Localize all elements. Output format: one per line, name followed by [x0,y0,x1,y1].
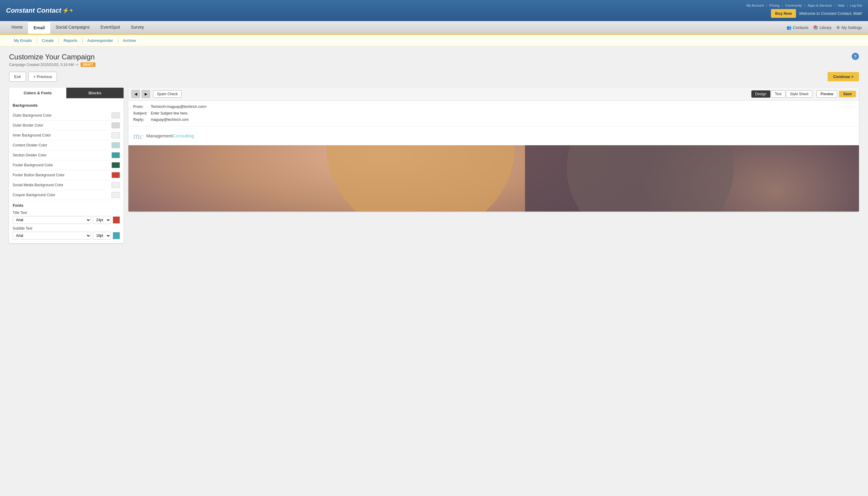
nav-email[interactable]: Email [28,21,50,34]
preview-button[interactable]: Preview [817,90,837,98]
social-bg-label: Social Media Background Color [13,183,63,187]
section-divider-swatch[interactable] [111,152,120,158]
main-nav-right: 👥 Contacts 📚 Library ⚙ My Settings [787,25,862,30]
contacts-icon: 👥 [787,25,791,30]
from-label: From: [133,104,150,110]
subnav-archive[interactable]: Archive [118,37,141,44]
coupon-bg-label: Coupon Background Color [13,193,55,197]
nav-contacts[interactable]: 👥 Contacts [787,25,808,30]
nav-survey[interactable]: Survey [125,21,150,34]
welcome-text: Welcome to Constant Contact, Matt! [799,11,862,16]
panel-body: Backgrounds Outer Background Color Outer… [9,98,124,243]
continue-button[interactable]: Continue > [827,72,859,81]
logo-suffix: Consulting [173,133,194,138]
subnav-autoresponder[interactable]: Autoresponder [82,37,118,44]
title-size-select[interactable]: 10pt 12pt 14pt 18pt 24pt 28pt [93,216,111,224]
color-row-section-divider: Section Divider Color [13,150,120,160]
fonts-header: Fonts [13,203,120,207]
color-row-content-divider: Content Divider Color [13,140,120,150]
subnav-my-emails[interactable]: My Emails [9,37,37,44]
spam-check-button[interactable]: Spam Check [153,90,182,98]
tab-blocks[interactable]: Blocks [66,88,124,98]
exit-button[interactable]: Exit [9,72,26,82]
community-link[interactable]: Community [785,4,802,7]
page-title: Customize Your Campaign [9,53,95,61]
color-row-outer-border: Outer Border Color [13,121,120,130]
subject-label: Subject: [133,110,150,117]
fonts-section: Fonts Title Text Arial Georgia Times New… [13,203,120,239]
panel-tabs: Colors & Fonts Blocks [9,88,124,98]
reply-value: maguay@techinch.com [151,118,189,122]
content-divider-swatch[interactable] [111,142,120,148]
svg-point-2 [327,145,514,212]
buy-now-button[interactable]: Buy Now [771,9,796,18]
subtitle-color-swatch[interactable] [113,232,120,239]
nav-my-settings[interactable]: ⚙ My Settings [836,25,862,30]
tab-text[interactable]: Text [771,90,786,98]
title-text-row: Arial Georgia Times New Roman Verdana 10… [13,216,120,224]
title-color-swatch[interactable] [113,216,120,223]
content-divider-label: Content Divider Color [13,143,47,148]
tab-style-sheet[interactable]: Style Sheet [786,90,812,98]
subnav-reports[interactable]: Reports [59,37,82,44]
section-divider-label: Section Divider Color [13,153,47,157]
editor-tabs: Design Text Style Sheet [751,90,812,98]
help-link[interactable]: Help [838,4,844,7]
outer-bg-label: Outer Background Color [13,113,51,118]
top-bar: Constant Contact ⚡✦ My Account | Pricing… [0,0,868,21]
company-name: ManagementConsulting [146,133,194,138]
title-row: Customize Your Campaign Campaign Created… [9,53,859,72]
subtitle-text-label: Subtitle Text [13,226,120,231]
footer-btn-bg-label: Footer Button Background Color [13,173,64,177]
subtitle-size-select[interactable]: 10pt 12pt 14pt 16pt 18pt 20pt [93,232,111,239]
outer-border-label: Outer Border Color [13,123,43,127]
logo-area: Constant Contact ⚡✦ [6,6,74,14]
color-row-inner-bg: Inner Background Color [13,130,120,140]
email-logo-area: mc ManagementConsulting [128,127,859,145]
subtitle-text-row: Arial Georgia Times New Roman Verdana 10… [13,232,120,239]
color-row-footer-btn-bg: Footer Button Background Color [13,170,120,180]
email-preview: From: Techinch<maguay@techinch.com> Subj… [128,100,859,212]
previous-button[interactable]: < Previous [28,72,57,82]
reply-label: Reply: [133,117,150,123]
top-right: My Account | Pricing | Community | Apps … [746,4,862,18]
subtitle-font-select[interactable]: Arial Georgia Times New Roman Verdana [13,232,91,239]
page-content: Customize Your Campaign Campaign Created… [0,47,868,496]
social-bg-swatch[interactable] [111,182,120,188]
edit-icon[interactable]: ✏ [76,63,79,67]
inner-bg-swatch[interactable] [111,132,120,138]
subnav-create[interactable]: Create [37,37,59,44]
forward-button[interactable]: ▶ [142,90,150,98]
nav-eventspot[interactable]: EventSpot [95,21,126,34]
back-button[interactable]: ◀ [131,90,140,98]
coupon-bg-swatch[interactable] [111,192,120,198]
library-icon: 📚 [813,25,818,30]
footer-btn-bg-swatch[interactable] [111,172,120,178]
draft-badge: DRAFT [80,62,95,67]
sub-nav: My Emails Create Reports Autoresponder A… [0,35,868,47]
outer-border-swatch[interactable] [111,122,120,128]
main-layout: Colors & Fonts Blocks Backgrounds Outer … [9,88,859,243]
mc-logo-text: mc [133,131,143,140]
apps-services-link[interactable]: Apps & Services [808,4,832,7]
logo-name: Management [146,133,173,138]
footer-bg-swatch[interactable] [111,162,120,168]
nav-social-campaigns[interactable]: Social Campaigns [50,21,95,34]
nav-home[interactable]: Home [6,21,28,34]
tab-colors-fonts[interactable]: Colors & Fonts [9,88,66,98]
svg-point-3 [567,145,733,212]
top-actions: Buy Now Welcome to Constant Contact, Mat… [771,9,862,18]
outer-bg-swatch[interactable] [111,112,120,119]
from-value: Techinch<maguay@techinch.com> [151,105,207,109]
logout-link[interactable]: Log Out [850,4,862,7]
email-image-svg [128,145,859,212]
tab-design[interactable]: Design [751,90,770,98]
nav-library[interactable]: 📚 Library [813,25,832,30]
my-account-link[interactable]: My Account [746,4,764,7]
pricing-link[interactable]: Pricing [770,4,780,7]
main-nav: Home Email Social Campaigns EventSpot Su… [0,21,868,35]
email-header-info: From: Techinch<maguay@techinch.com> Subj… [128,100,859,127]
title-font-select[interactable]: Arial Georgia Times New Roman Verdana [13,216,91,224]
save-button[interactable]: Save [839,91,856,97]
help-icon[interactable]: ? [852,53,859,60]
